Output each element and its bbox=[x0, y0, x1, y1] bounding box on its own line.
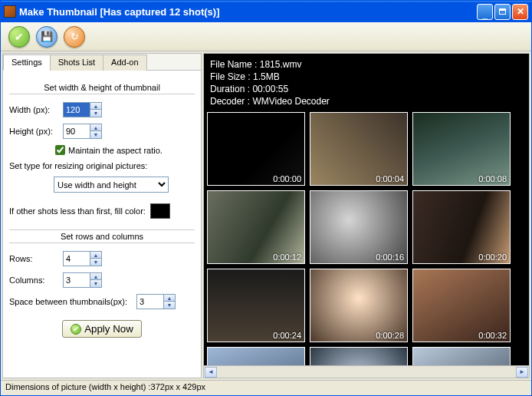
width-label: Width (px): bbox=[9, 105, 58, 114]
timestamp: 0:00:32 bbox=[478, 331, 507, 340]
height-label: Height (px): bbox=[9, 127, 58, 136]
duration-label: Duration : bbox=[210, 84, 250, 94]
space-input-wrap: ▲▼ bbox=[136, 294, 176, 309]
check-icon: ✔ bbox=[71, 324, 81, 335]
height-input[interactable] bbox=[64, 125, 90, 137]
thumbnail[interactable]: 0:00:16 bbox=[310, 190, 408, 264]
maintain-aspect-checkbox[interactable]: Maintain the aspect ratio. bbox=[55, 145, 195, 155]
thumbnail[interactable]: 0:00:04 bbox=[310, 112, 408, 186]
decoder-label: Decoder : bbox=[210, 96, 250, 107]
ok-button[interactable]: ✔ bbox=[8, 26, 30, 48]
width-spin-down[interactable]: ▼ bbox=[90, 110, 101, 117]
timestamp: 0:00:20 bbox=[478, 252, 507, 262]
resize-type-select[interactable]: Use width and height bbox=[54, 177, 169, 193]
thumbnail[interactable] bbox=[207, 347, 305, 365]
thumbnail-grid-scroll[interactable]: 0:00:00 0:00:04 0:00:08 0:00:12 0:00:16 … bbox=[204, 111, 529, 365]
maintain-aspect-label: Maintain the aspect ratio. bbox=[68, 146, 163, 155]
height-input-wrap: ▲▼ bbox=[63, 124, 102, 139]
decoder-value: WMVideo Decoder bbox=[252, 96, 330, 107]
left-panel: Settings Shots List Add-on Set width & h… bbox=[2, 53, 202, 378]
duration-value: 00:00:55 bbox=[252, 84, 288, 94]
tabs: Settings Shots List Add-on bbox=[3, 54, 201, 71]
filesize-value: 1.5MB bbox=[253, 71, 280, 82]
thumbnail[interactable] bbox=[310, 347, 408, 365]
thumbnail[interactable]: 0:00:20 bbox=[412, 190, 511, 264]
space-label: Space between thumbnails(px): bbox=[9, 297, 132, 306]
floppy-icon: 💾 bbox=[41, 31, 53, 42]
timestamp: 0:00:12 bbox=[273, 252, 301, 262]
app-icon bbox=[4, 5, 16, 18]
timestamp: 0:00:24 bbox=[273, 331, 301, 340]
horizontal-scrollbar[interactable]: ◄ ► bbox=[204, 365, 529, 378]
space-spin-down[interactable]: ▼ bbox=[163, 302, 175, 309]
rows-input[interactable] bbox=[64, 252, 90, 265]
status-bar: Dimensions of picture (width x height) :… bbox=[1, 380, 531, 395]
columns-label: Columns: bbox=[9, 276, 58, 285]
check-icon: ✔ bbox=[15, 31, 24, 43]
rows-spin-down[interactable]: ▼ bbox=[90, 259, 101, 266]
fill-color-label: If other shots less than first, fill col… bbox=[9, 206, 146, 216]
tab-add-on[interactable]: Add-on bbox=[103, 54, 146, 71]
window-title: Make Thumbnail [Has captured 12 shot(s)] bbox=[19, 6, 477, 18]
columns-input-wrap: ▲▼ bbox=[63, 272, 102, 288]
timestamp: 0:00:08 bbox=[478, 174, 507, 183]
tab-shots-list[interactable]: Shots List bbox=[50, 54, 103, 71]
tab-settings[interactable]: Settings bbox=[3, 54, 51, 71]
thumbnail[interactable]: 0:00:08 bbox=[412, 112, 511, 186]
space-spin-up[interactable]: ▲ bbox=[163, 295, 175, 302]
thumbnail[interactable]: 0:00:00 bbox=[207, 112, 305, 186]
timestamp: 0:00:28 bbox=[376, 331, 404, 340]
minimize-button[interactable]: _ bbox=[477, 4, 493, 20]
section-grid-heading: Set rows and columns bbox=[9, 229, 195, 243]
resize-type-label: Set type for resizing original pictures: bbox=[9, 161, 195, 170]
filename-label: File Name : bbox=[210, 59, 257, 70]
timestamp: 0:00:04 bbox=[376, 174, 404, 183]
apply-now-button[interactable]: ✔ Apply Now bbox=[62, 320, 142, 338]
rows-label: Rows: bbox=[9, 254, 58, 263]
thumbnail-grid: 0:00:00 0:00:04 0:00:08 0:00:12 0:00:16 … bbox=[207, 112, 526, 365]
app-window: Make Thumbnail [Has captured 12 shot(s)]… bbox=[0, 0, 532, 396]
maintain-aspect-input[interactable] bbox=[55, 145, 65, 155]
height-spin-down[interactable]: ▼ bbox=[90, 131, 101, 138]
space-input[interactable] bbox=[137, 295, 163, 308]
width-input[interactable] bbox=[64, 104, 90, 116]
file-meta: File Name : 1815.wmv File Size : 1.5MB D… bbox=[204, 54, 529, 111]
scroll-left-button[interactable]: ◄ bbox=[205, 367, 217, 378]
preview-pane: File Name : 1815.wmv File Size : 1.5MB D… bbox=[203, 53, 530, 378]
titlebar[interactable]: Make Thumbnail [Has captured 12 shot(s)]… bbox=[1, 1, 531, 22]
width-spin-up[interactable]: ▲ bbox=[90, 103, 101, 110]
timestamp: 0:00:16 bbox=[376, 252, 404, 262]
columns-input[interactable] bbox=[64, 274, 90, 286]
filesize-label: File Size : bbox=[210, 71, 251, 82]
scroll-right-button[interactable]: ► bbox=[516, 367, 528, 378]
thumbnail[interactable]: 0:00:12 bbox=[207, 190, 305, 264]
fill-color-swatch[interactable] bbox=[150, 203, 170, 219]
thumbnail[interactable] bbox=[412, 347, 511, 365]
toolbar: ✔ 💾 ↻ bbox=[1, 22, 531, 51]
thumbnail[interactable]: 0:00:28 bbox=[310, 269, 408, 342]
cols-spin-down[interactable]: ▼ bbox=[90, 280, 101, 287]
height-spin-up[interactable]: ▲ bbox=[90, 124, 101, 131]
thumbnail[interactable]: 0:00:32 bbox=[412, 269, 511, 342]
refresh-icon: ↻ bbox=[71, 31, 79, 42]
timestamp: 0:00:00 bbox=[273, 174, 301, 183]
settings-panel: Set width & height of thumbnail Width (p… bbox=[3, 71, 201, 378]
maximize-button[interactable] bbox=[494, 4, 511, 20]
rows-input-wrap: ▲▼ bbox=[63, 251, 102, 266]
filename-value: 1815.wmv bbox=[260, 59, 302, 70]
thumbnail[interactable]: 0:00:24 bbox=[207, 269, 305, 342]
save-button[interactable]: 💾 bbox=[36, 26, 57, 48]
status-text: Dimensions of picture (width x height) :… bbox=[5, 382, 205, 391]
refresh-button[interactable]: ↻ bbox=[64, 26, 85, 48]
close-button[interactable]: ✕ bbox=[512, 4, 528, 20]
section-size-heading: Set width & height of thumbnail bbox=[9, 83, 195, 94]
width-input-wrap: ▲▼ bbox=[63, 102, 102, 117]
cols-spin-up[interactable]: ▲ bbox=[90, 273, 101, 280]
rows-spin-up[interactable]: ▲ bbox=[90, 252, 101, 259]
apply-now-label: Apply Now bbox=[84, 323, 133, 335]
